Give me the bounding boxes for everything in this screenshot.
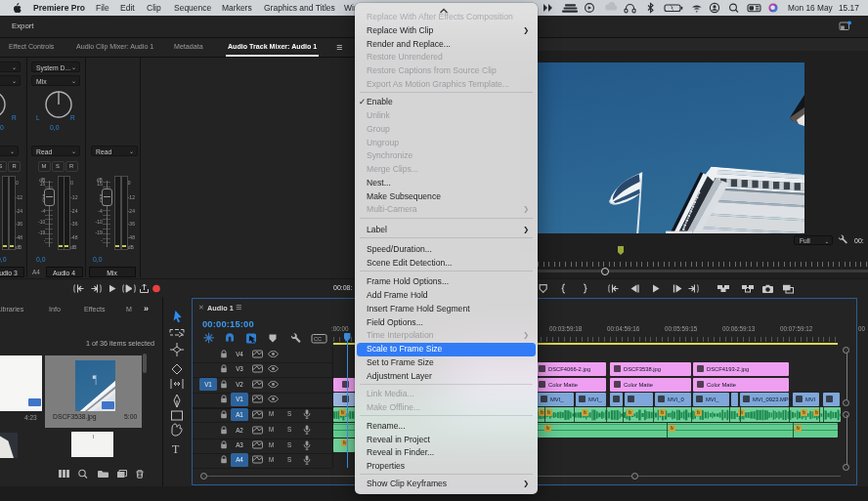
svg-text:T: T xyxy=(172,442,180,456)
svg-text:CC: CC xyxy=(314,336,322,342)
